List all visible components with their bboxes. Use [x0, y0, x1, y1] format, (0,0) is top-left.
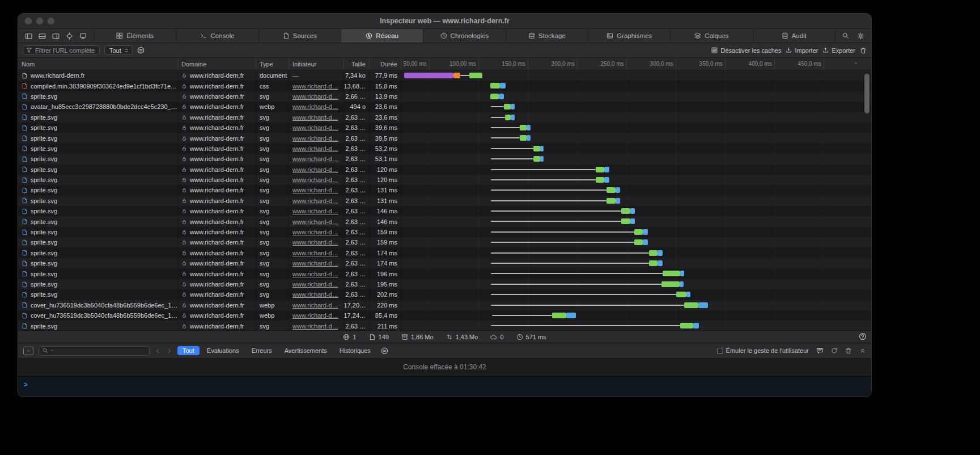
initiator-link[interactable]: www.richard-d… — [292, 239, 338, 246]
panel-right-icon[interactable] — [52, 32, 60, 40]
initiator-link[interactable]: www.richard-d… — [292, 114, 338, 121]
initiator-link[interactable]: www.richard-d… — [292, 197, 338, 204]
initiator-link[interactable]: www.richard-d… — [292, 187, 338, 193]
initiator-link[interactable]: www.richard-d… — [292, 323, 338, 330]
settings-gear-icon[interactable] — [857, 32, 864, 40]
help-icon[interactable] — [859, 332, 867, 340]
initiator-link[interactable]: www.richard-d… — [292, 271, 338, 277]
tab-console[interactable]: Console — [176, 29, 258, 43]
initiator-link[interactable]: www.richard-d… — [292, 229, 338, 235]
clear-console-trash-icon[interactable] — [845, 347, 852, 354]
back-button[interactable] — [155, 348, 161, 354]
export-button[interactable]: Exporter — [822, 47, 855, 54]
initiator-link[interactable]: www.richard-d… — [292, 250, 338, 256]
table-row[interactable]: sprite.svgwww.richard-dern.frsvgwww.rich… — [18, 123, 871, 133]
console-scope-erreurs[interactable]: Erreurs — [247, 346, 277, 355]
tab-stockage[interactable]: Stockage — [506, 29, 588, 43]
table-row[interactable]: sprite.svgwww.richard-dern.frsvgwww.rich… — [18, 258, 871, 268]
table-row[interactable]: compiled.min.38390909f303624ed9e1cf1bd3f… — [18, 81, 871, 91]
initiator-link[interactable]: www.richard-d… — [292, 93, 338, 100]
tab-elements[interactable]: Éléments — [94, 29, 176, 43]
table-row[interactable]: sprite.svgwww.richard-dern.frsvgwww.rich… — [18, 91, 871, 102]
cell-size: 2,63 … — [344, 206, 370, 216]
initiator-link[interactable]: www.richard-d… — [292, 281, 338, 288]
initiator-link[interactable]: www.richard-d… — [292, 155, 338, 162]
collapse-console-icon[interactable] — [859, 347, 866, 354]
console-scope-tout[interactable]: Tout — [177, 346, 200, 355]
table-row[interactable]: sprite.svgwww.richard-dern.frsvgwww.rich… — [18, 112, 871, 123]
console-scope-avertissements[interactable]: Avertissements — [279, 346, 332, 355]
table-row[interactable]: sprite.svgwww.richard-dern.frsvgwww.rich… — [18, 175, 871, 185]
console-messages-icon[interactable] — [816, 347, 824, 355]
console-scope-historiques[interactable]: Historiques — [334, 346, 376, 355]
table-row[interactable]: sprite.svgwww.richard-dern.frsvgwww.rich… — [18, 185, 871, 195]
initiator-link[interactable]: www.richard-d… — [292, 83, 338, 90]
preserve-log-icon[interactable] — [831, 347, 838, 354]
filter-options-icon[interactable] — [137, 47, 145, 54]
initiator-link[interactable]: www.richard-d… — [292, 135, 338, 142]
table-row[interactable]: sprite.svgwww.richard-dern.frsvgwww.rich… — [18, 237, 871, 247]
tab-sources[interactable]: Sources — [258, 29, 341, 43]
tab-audit[interactable]: Audit — [753, 29, 835, 43]
column-header-initiateur[interactable]: Initiateur — [289, 58, 344, 70]
initiator-link[interactable]: www.richard-d… — [292, 260, 338, 267]
column-header-taille[interactable]: Taille — [344, 58, 370, 70]
console-options-icon[interactable] — [381, 347, 388, 355]
column-header-nom[interactable]: Nom — [18, 58, 178, 70]
initiator-link[interactable]: www.richard-d… — [292, 166, 338, 173]
panel-left-icon[interactable] — [25, 32, 32, 40]
console-search-input[interactable] — [39, 346, 150, 356]
scroll-to-top-icon[interactable] — [853, 60, 859, 66]
table-row[interactable]: sprite.svgwww.richard-dern.frsvgwww.rich… — [18, 206, 871, 216]
console-panel-toggle-icon[interactable] — [23, 347, 33, 355]
initiator-link[interactable]: www.richard-d… — [292, 291, 338, 298]
table-row[interactable]: cover_hu736519dc3b5040cfa48b6b559b6de6ec… — [18, 300, 871, 310]
tab-reseau[interactable]: Réseau — [341, 29, 423, 43]
disable-caches-checkbox[interactable]: Désactiver les caches — [711, 47, 781, 54]
column-header-domaine[interactable]: Domaine — [178, 58, 256, 70]
table-row[interactable]: sprite.svgwww.richard-dern.frsvgwww.rich… — [18, 196, 871, 206]
column-header-type[interactable]: Type — [256, 58, 289, 70]
initiator-link[interactable]: www.richard-d… — [292, 176, 338, 183]
table-row[interactable]: sprite.svgwww.richard-dern.frsvgwww.rich… — [18, 248, 871, 258]
initiator-link[interactable]: www.richard-d… — [292, 302, 338, 309]
tab-graphismes[interactable]: Graphismes — [588, 29, 670, 43]
table-row[interactable]: sprite.svgwww.richard-dern.frsvgwww.rich… — [18, 279, 871, 289]
tab-calques[interactable]: Calques — [670, 29, 752, 43]
clear-network-trash-icon[interactable] — [860, 47, 867, 54]
table-row[interactable]: sprite.svgwww.richard-dern.frsvgwww.rich… — [18, 144, 871, 154]
initiator-link[interactable]: www.richard-d… — [292, 103, 338, 110]
svg-file-icon — [22, 218, 28, 225]
table-row[interactable]: sprite.svgwww.richard-dern.frsvgwww.rich… — [18, 289, 871, 300]
console-scope-evaluations[interactable]: Évaluations — [202, 346, 244, 355]
table-row[interactable]: sprite.svgwww.richard-dern.frsvgwww.rich… — [18, 165, 871, 175]
domain-text: www.richard-dern.fr — [190, 302, 244, 309]
url-filter-input[interactable]: Filtrer l'URL complète — [23, 45, 100, 55]
table-row[interactable]: sprite.svgwww.richard-dern.frsvgwww.rich… — [18, 227, 871, 237]
tab-chronologies[interactable]: Chronologies — [423, 29, 505, 43]
panel-bottom-icon[interactable] — [39, 32, 46, 40]
table-row[interactable]: sprite.svgwww.richard-dern.frsvgwww.rich… — [18, 216, 871, 226]
table-row[interactable]: sprite.svgwww.richard-dern.frsvgwww.rich… — [18, 133, 871, 143]
table-row[interactable]: cover_hu736519dc3b5040cfa48b6b559b6de6ec… — [18, 310, 871, 321]
scrollbar-thumb[interactable] — [864, 74, 869, 113]
responsive-mode-icon[interactable] — [79, 32, 87, 40]
table-row[interactable]: sprite.svgwww.richard-dern.frsvgwww.rich… — [18, 321, 871, 330]
console-prompt-area[interactable]: > — [18, 376, 871, 397]
search-icon[interactable] — [842, 32, 849, 39]
initiator-link[interactable]: www.richard-d… — [292, 312, 338, 319]
table-row[interactable]: avatar_hu85ecc3e298728880b0bde2dcc4e5c23… — [18, 102, 871, 112]
column-header-duree[interactable]: Durée — [370, 58, 401, 70]
table-row[interactable]: www.richard-dern.frwww.richard-dern.frdo… — [18, 70, 871, 81]
initiator-link[interactable]: www.richard-d… — [292, 208, 338, 214]
import-button[interactable]: Importer — [786, 47, 818, 54]
forward-button[interactable] — [166, 348, 172, 354]
type-filter-select[interactable]: Tout — [104, 45, 133, 55]
table-row[interactable]: sprite.svgwww.richard-dern.frsvgwww.rich… — [18, 268, 871, 279]
table-row[interactable]: sprite.svgwww.richard-dern.frsvgwww.rich… — [18, 154, 871, 164]
initiator-link[interactable]: www.richard-d… — [292, 145, 338, 152]
emulate-user-gesture-checkbox[interactable]: Émuler le geste de l'utilisateur — [717, 347, 809, 354]
initiator-link[interactable]: www.richard-d… — [292, 218, 338, 225]
element-picker-icon[interactable] — [66, 32, 73, 40]
initiator-link[interactable]: www.richard-d… — [292, 124, 338, 131]
